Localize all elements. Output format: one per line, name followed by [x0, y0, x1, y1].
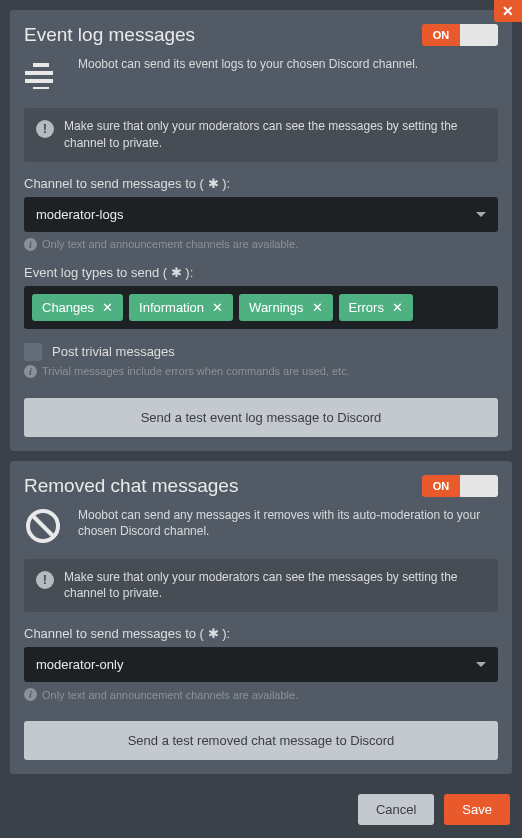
removed-channel-help: Only text and announcement channels are …	[42, 689, 298, 701]
eventlog-description: Moobot can send its event logs to your c…	[78, 56, 418, 94]
exclamation-icon: !	[36, 120, 54, 138]
eventlog-test-button[interactable]: Send a test event log message to Discord	[24, 398, 498, 437]
eventlog-channel-label: Channel to send messages to ( ✱ ):	[24, 176, 498, 191]
eventlog-channel-select[interactable]: moderator-logs	[24, 197, 498, 232]
eventlog-warning-text: Make sure that only your moderators can …	[64, 118, 486, 152]
removed-warning-box: ! Make sure that only your moderators ca…	[24, 559, 498, 613]
save-button[interactable]: Save	[444, 794, 510, 825]
eventlog-channel-help: Only text and announcement channels are …	[42, 238, 298, 250]
tag-warnings[interactable]: Warnings✕	[239, 294, 332, 321]
tag-errors[interactable]: Errors✕	[339, 294, 413, 321]
tag-information[interactable]: Information✕	[129, 294, 233, 321]
svg-rect-2	[25, 79, 53, 83]
eventlog-channel-value: moderator-logs	[36, 207, 123, 222]
exclamation-icon: !	[36, 571, 54, 589]
eventlog-toggle[interactable]: ON	[422, 24, 498, 46]
tag-changes[interactable]: Changes✕	[32, 294, 123, 321]
footer: Cancel Save	[0, 784, 522, 835]
removed-channel-value: moderator-only	[36, 657, 123, 672]
trivial-help: Trivial messages include errors when com…	[42, 365, 350, 377]
eventlog-warning-box: ! Make sure that only your moderators ca…	[24, 108, 498, 162]
eventlog-types-label: Event log types to send ( ✱ ):	[24, 265, 498, 280]
svg-rect-0	[33, 63, 49, 67]
close-icon: ✕	[502, 3, 514, 19]
chevron-down-icon	[476, 212, 486, 217]
svg-rect-3	[33, 87, 49, 89]
removed-channel-select[interactable]: moderator-only	[24, 647, 498, 682]
prohibit-icon	[24, 507, 62, 545]
remove-icon[interactable]: ✕	[212, 300, 223, 315]
trivial-checkbox[interactable]	[24, 343, 42, 361]
cancel-button[interactable]: Cancel	[358, 794, 434, 825]
toggle-off-side	[460, 24, 498, 46]
info-icon: i	[24, 238, 37, 251]
close-button[interactable]: ✕	[494, 0, 522, 22]
list-icon	[24, 56, 62, 94]
svg-line-5	[33, 516, 53, 536]
eventlog-title: Event log messages	[24, 24, 195, 46]
removed-title: Removed chat messages	[24, 475, 238, 497]
svg-rect-1	[25, 71, 53, 75]
info-icon: i	[24, 365, 37, 378]
removed-toggle[interactable]: ON	[422, 475, 498, 497]
chevron-down-icon	[476, 662, 486, 667]
eventlog-types-container[interactable]: Changes✕ Information✕ Warnings✕ Errors✕	[24, 286, 498, 329]
remove-icon[interactable]: ✕	[102, 300, 113, 315]
eventlog-panel: Event log messages ON Moobot can send it…	[10, 10, 512, 451]
removed-test-button[interactable]: Send a test removed chat message to Disc…	[24, 721, 498, 760]
removed-channel-label: Channel to send messages to ( ✱ ):	[24, 626, 498, 641]
toggle-on-label: ON	[422, 475, 460, 497]
removed-description: Moobot can send any messages it removes …	[78, 507, 498, 545]
remove-icon[interactable]: ✕	[392, 300, 403, 315]
info-icon: i	[24, 688, 37, 701]
remove-icon[interactable]: ✕	[312, 300, 323, 315]
toggle-off-side	[460, 475, 498, 497]
removed-panel: Removed chat messages ON Moobot can send…	[10, 461, 512, 775]
removed-warning-text: Make sure that only your moderators can …	[64, 569, 486, 603]
toggle-on-label: ON	[422, 24, 460, 46]
trivial-label: Post trivial messages	[52, 344, 175, 359]
